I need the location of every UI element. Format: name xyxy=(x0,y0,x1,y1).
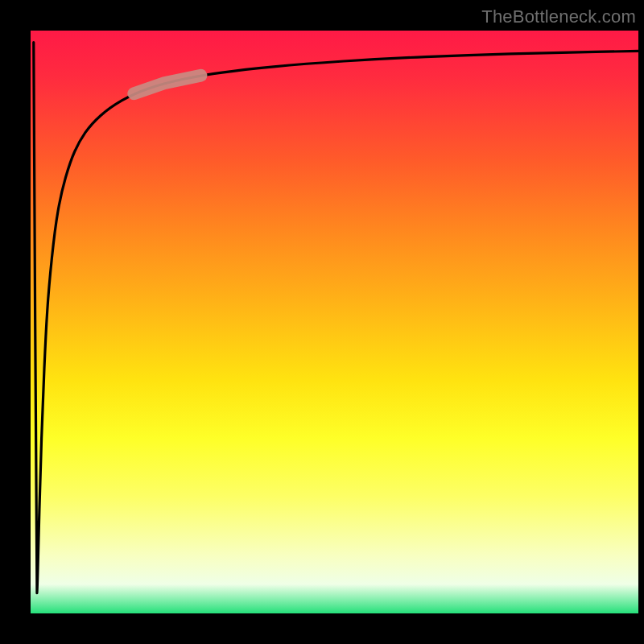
plot-area xyxy=(31,31,638,613)
bottleneck-curve xyxy=(34,42,638,592)
highlight-segment xyxy=(134,76,200,93)
chart-frame: TheBottleneck.com xyxy=(0,0,644,644)
watermark-text: TheBottleneck.com xyxy=(481,6,636,27)
curve-layer xyxy=(31,31,638,613)
